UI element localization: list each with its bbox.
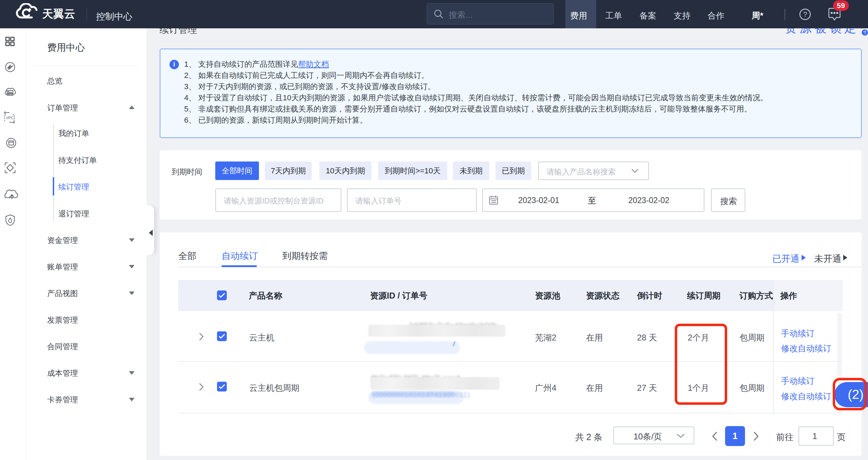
svg-text:VPC: VPC [6,116,14,120]
svg-text:?: ? [803,10,807,18]
